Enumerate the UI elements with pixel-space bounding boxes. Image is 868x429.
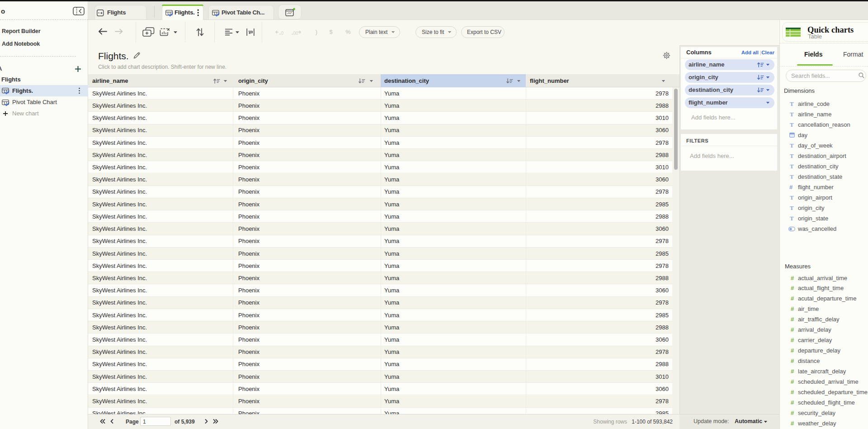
svg-text:00: 00	[293, 31, 299, 36]
svg-text:0: 0	[281, 31, 284, 36]
